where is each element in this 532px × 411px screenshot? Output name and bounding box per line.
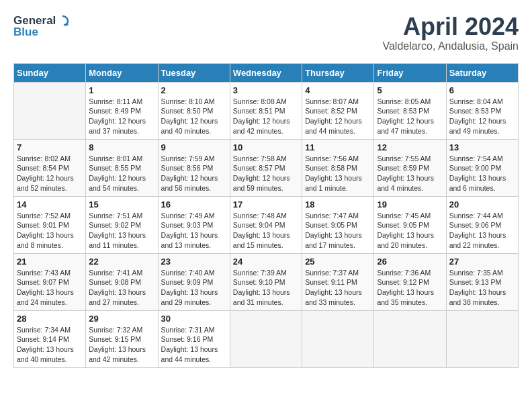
logo: General Blue — [13, 13, 71, 39]
day-number: 25 — [305, 257, 371, 267]
calendar-cell: 3 Sunrise: 8:08 AMSunset: 8:51 PMDayligh… — [230, 82, 302, 139]
calendar-cell: 15 Sunrise: 7:51 AMSunset: 9:02 PMDaylig… — [86, 196, 158, 253]
day-number: 27 — [449, 257, 515, 267]
page-header: General Blue April 2024 Valdelarco, Anda… — [13, 13, 519, 52]
calendar-cell: 19 Sunrise: 7:45 AMSunset: 9:05 PMDaylig… — [374, 196, 446, 253]
calendar-cell: 23 Sunrise: 7:40 AMSunset: 9:09 PMDaylig… — [158, 253, 230, 310]
day-number: 7 — [17, 142, 83, 152]
calendar-cell: 17 Sunrise: 7:48 AMSunset: 9:04 PMDaylig… — [230, 196, 302, 253]
calendar-cell: 2 Sunrise: 8:10 AMSunset: 8:50 PMDayligh… — [158, 82, 230, 139]
calendar-cell: 16 Sunrise: 7:49 AMSunset: 9:03 PMDaylig… — [158, 196, 230, 253]
day-number: 15 — [89, 199, 154, 210]
day-number: 20 — [449, 199, 515, 210]
calendar-cell — [14, 82, 86, 139]
day-info: Sunrise: 7:43 AMSunset: 9:07 PMDaylight:… — [17, 268, 83, 308]
calendar-cell: 4 Sunrise: 8:07 AMSunset: 8:52 PMDayligh… — [302, 82, 374, 139]
day-info: Sunrise: 7:59 AMSunset: 8:56 PMDaylight:… — [161, 154, 227, 193]
calendar-cell: 28 Sunrise: 7:34 AMSunset: 9:14 PMDaylig… — [14, 310, 86, 367]
day-number: 22 — [89, 257, 154, 267]
calendar-header-row: SundayMondayTuesdayWednesdayThursdayFrid… — [14, 63, 519, 82]
calendar-cell: 30 Sunrise: 7:31 AMSunset: 9:16 PMDaylig… — [158, 310, 230, 367]
day-number: 29 — [89, 314, 154, 324]
day-info: Sunrise: 7:58 AMSunset: 8:57 PMDaylight:… — [233, 154, 299, 193]
calendar-cell: 24 Sunrise: 7:39 AMSunset: 9:10 PMDaylig… — [230, 253, 302, 310]
day-number: 2 — [161, 85, 227, 95]
day-number: 4 — [305, 85, 371, 95]
day-info: Sunrise: 7:32 AMSunset: 9:15 PMDaylight:… — [89, 325, 154, 365]
day-info: Sunrise: 8:05 AMSunset: 8:53 PMDaylight:… — [377, 97, 443, 136]
calendar-cell — [374, 310, 446, 367]
week-row-4: 21 Sunrise: 7:43 AMSunset: 9:07 PMDaylig… — [14, 253, 519, 310]
day-info: Sunrise: 7:51 AMSunset: 9:02 PMDaylight:… — [89, 211, 154, 250]
header-thursday: Thursday — [302, 63, 374, 82]
day-info: Sunrise: 7:39 AMSunset: 9:10 PMDaylight:… — [233, 268, 299, 308]
calendar-cell: 9 Sunrise: 7:59 AMSunset: 8:56 PMDayligh… — [158, 139, 230, 196]
calendar-cell: 26 Sunrise: 7:36 AMSunset: 9:12 PMDaylig… — [374, 253, 446, 310]
month-title: April 2024 — [382, 13, 519, 40]
day-info: Sunrise: 7:41 AMSunset: 9:08 PMDaylight:… — [89, 268, 154, 308]
calendar-cell: 7 Sunrise: 8:02 AMSunset: 8:54 PMDayligh… — [14, 139, 86, 196]
header-sunday: Sunday — [14, 63, 86, 82]
day-info: Sunrise: 8:10 AMSunset: 8:50 PMDaylight:… — [161, 97, 227, 136]
calendar-cell: 6 Sunrise: 8:04 AMSunset: 8:53 PMDayligh… — [446, 82, 518, 139]
week-row-3: 14 Sunrise: 7:52 AMSunset: 9:01 PMDaylig… — [14, 196, 519, 253]
day-info: Sunrise: 7:35 AMSunset: 9:13 PMDaylight:… — [449, 268, 515, 308]
day-info: Sunrise: 8:11 AMSunset: 8:49 PMDaylight:… — [89, 97, 154, 136]
day-number: 13 — [449, 142, 515, 152]
day-info: Sunrise: 7:54 AMSunset: 9:00 PMDaylight:… — [449, 154, 515, 193]
day-info: Sunrise: 7:31 AMSunset: 9:16 PMDaylight:… — [161, 325, 227, 365]
day-number: 24 — [233, 257, 299, 267]
calendar-cell: 12 Sunrise: 7:55 AMSunset: 8:59 PMDaylig… — [374, 139, 446, 196]
day-info: Sunrise: 7:45 AMSunset: 9:05 PMDaylight:… — [377, 211, 443, 250]
day-number: 5 — [377, 85, 443, 95]
day-number: 19 — [377, 199, 443, 210]
day-number: 16 — [161, 199, 227, 210]
day-number: 12 — [377, 142, 443, 152]
week-row-2: 7 Sunrise: 8:02 AMSunset: 8:54 PMDayligh… — [14, 139, 519, 196]
day-number: 28 — [17, 314, 83, 324]
day-number: 26 — [377, 257, 443, 267]
day-info: Sunrise: 7:56 AMSunset: 8:58 PMDaylight:… — [305, 154, 371, 193]
calendar-cell: 5 Sunrise: 8:05 AMSunset: 8:53 PMDayligh… — [374, 82, 446, 139]
day-info: Sunrise: 7:49 AMSunset: 9:03 PMDaylight:… — [161, 211, 227, 250]
header-tuesday: Tuesday — [158, 63, 230, 82]
header-friday: Friday — [374, 63, 446, 82]
header-monday: Monday — [86, 63, 158, 82]
week-row-5: 28 Sunrise: 7:34 AMSunset: 9:14 PMDaylig… — [14, 310, 519, 367]
calendar-cell: 10 Sunrise: 7:58 AMSunset: 8:57 PMDaylig… — [230, 139, 302, 196]
calendar-cell: 18 Sunrise: 7:47 AMSunset: 9:05 PMDaylig… — [302, 196, 374, 253]
day-number: 1 — [89, 85, 154, 95]
day-number: 9 — [161, 142, 227, 152]
day-info: Sunrise: 7:44 AMSunset: 9:06 PMDaylight:… — [449, 211, 515, 250]
calendar-table: SundayMondayTuesdayWednesdayThursdayFrid… — [13, 63, 519, 368]
day-number: 8 — [89, 142, 154, 152]
calendar-cell: 14 Sunrise: 7:52 AMSunset: 9:01 PMDaylig… — [14, 196, 86, 253]
day-number: 14 — [17, 199, 83, 210]
day-number: 6 — [449, 85, 515, 95]
calendar-cell: 29 Sunrise: 7:32 AMSunset: 9:15 PMDaylig… — [86, 310, 158, 367]
calendar-cell: 27 Sunrise: 7:35 AMSunset: 9:13 PMDaylig… — [446, 253, 518, 310]
calendar-cell: 22 Sunrise: 7:41 AMSunset: 9:08 PMDaylig… — [86, 253, 158, 310]
header-wednesday: Wednesday — [230, 63, 302, 82]
day-number: 10 — [233, 142, 299, 152]
day-info: Sunrise: 7:36 AMSunset: 9:12 PMDaylight:… — [377, 268, 443, 308]
location-title: Valdelarco, Andalusia, Spain — [382, 40, 519, 52]
logo-blue: Blue — [13, 26, 38, 39]
header-saturday: Saturday — [446, 63, 518, 82]
calendar-cell: 25 Sunrise: 7:37 AMSunset: 9:11 PMDaylig… — [302, 253, 374, 310]
calendar-cell: 20 Sunrise: 7:44 AMSunset: 9:06 PMDaylig… — [446, 196, 518, 253]
calendar-cell — [302, 310, 374, 367]
day-info: Sunrise: 8:07 AMSunset: 8:52 PMDaylight:… — [305, 97, 371, 136]
day-info: Sunrise: 7:40 AMSunset: 9:09 PMDaylight:… — [161, 268, 227, 308]
day-number: 21 — [17, 257, 83, 267]
week-row-1: 1 Sunrise: 8:11 AMSunset: 8:49 PMDayligh… — [14, 82, 519, 139]
calendar-cell: 13 Sunrise: 7:54 AMSunset: 9:00 PMDaylig… — [446, 139, 518, 196]
day-info: Sunrise: 7:48 AMSunset: 9:04 PMDaylight:… — [233, 211, 299, 250]
calendar-cell: 21 Sunrise: 7:43 AMSunset: 9:07 PMDaylig… — [14, 253, 86, 310]
day-number: 18 — [305, 199, 371, 210]
logo-bird-icon — [56, 13, 71, 28]
day-number: 3 — [233, 85, 299, 95]
calendar-cell — [446, 310, 518, 367]
day-number: 11 — [305, 142, 371, 152]
calendar-cell: 11 Sunrise: 7:56 AMSunset: 8:58 PMDaylig… — [302, 139, 374, 196]
